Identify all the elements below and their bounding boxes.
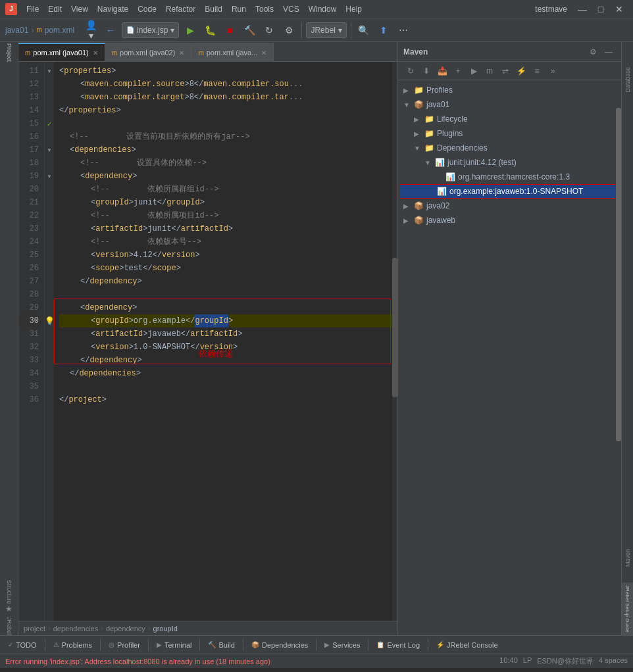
menu-code[interactable]: Code [134,3,161,15]
bottom-terminal[interactable]: ▶ Terminal [151,638,197,652]
line-numbers: 11 12 13 14 15 16 17 18 19 20 21 22 23 2… [18,62,45,621]
editor[interactable]: 11 12 13 14 15 16 17 18 19 20 21 22 23 2… [18,62,397,621]
maven-lifecycle-button[interactable]: ≡ [530,64,544,78]
maven-settings-button[interactable]: ⚙ [586,45,600,59]
tree-arrow-junit: ▼ [424,159,432,166]
tree-dependencies[interactable]: ▼ 📁 Dependencies [398,141,621,155]
tab-pom-java01[interactable]: m pom.xml (java01) ✕ [18,43,105,61]
menu-tools[interactable]: Tools [251,3,278,15]
menu-refactor[interactable]: Refactor [162,3,199,15]
sidebar-jrebel-label: JRebel [6,617,13,635]
bulb-icon[interactable]: 💡 [45,316,55,325]
scrollbar[interactable] [392,62,397,621]
tree-plugins[interactable]: ▶ 📁 Plugins [398,126,621,141]
maven-minimize-button[interactable]: — [601,45,616,59]
maven-actions: ↻ ⬇ 📥 + ▶ m ⇌ ⚡ ≡ » [398,62,621,80]
debug-button[interactable]: 🐛 [201,22,218,39]
tree-profiles[interactable]: ▶ 📁 Profiles [398,83,621,97]
build-label: Build [218,641,234,649]
maven-scroll-thumb[interactable] [616,108,621,441]
minimize-button[interactable]: — [574,1,591,18]
tabs-bar: m pom.xml (java01) ✕ m pom.xml (java02) … [18,42,397,62]
file-dropdown-label: index.jsp [137,26,168,35]
sidebar-database[interactable]: Database [623,64,632,95]
code-area[interactable]: 依赖传递 <properties> <maven.compiler.source… [54,62,397,621]
sidebar-jrebel[interactable]: JRebel [1,618,17,634]
tab-close-2[interactable]: ✕ [261,49,266,57]
maximize-button[interactable]: □ [592,1,609,18]
build-button[interactable]: 🔨 [241,22,258,39]
back-button[interactable]: 👤 ▾ [82,22,99,39]
menu-run[interactable]: Run [228,3,250,15]
settings-button[interactable]: ⚙ [280,22,297,39]
sidebar-project[interactable]: Project [1,45,17,60]
scroll-thumb[interactable] [392,258,397,398]
bottom-profiler[interactable]: ◎ Profiler [103,638,145,652]
menu-file[interactable]: File [22,3,43,15]
tree-java01[interactable]: ▼ 📦 java01 [398,97,621,112]
tab-close-1[interactable]: ✕ [179,49,184,57]
gutter-33 [45,354,54,367]
username: testmave [535,5,567,14]
tree-java02[interactable]: ▶ 📦 java02 [398,199,621,213]
maven-expand-button[interactable]: » [545,64,560,78]
breadcrumb-file[interactable]: pom.xml [45,26,74,35]
update-button[interactable]: ⬆ [375,22,392,39]
dependencies-label: Dependencies [262,641,308,649]
stop-button[interactable]: ■ [221,22,238,39]
sidebar-maven-right[interactable]: Maven [623,546,632,569]
menu-edit[interactable]: Edit [44,3,66,15]
maven-download-sources-button[interactable]: ⬇ [419,64,434,78]
jrebel-dropdown[interactable]: JRebel ▾ [306,22,346,38]
tree-junit[interactable]: ▼ 📊 junit:junit:4.12 (test) [398,155,621,170]
tree-javaweb[interactable]: 📊 org.example:javaweb:1.0-SNAPSHOT [399,184,620,199]
sidebar-favorites[interactable]: ★ [1,601,17,617]
bottom-dependencies[interactable]: 📦 Dependencies [246,638,313,652]
menu-window[interactable]: Window [305,3,341,15]
tab-close-0[interactable]: ✕ [93,49,98,57]
reload-button[interactable]: ↻ [261,22,278,39]
maven-m-button[interactable]: m [482,64,497,78]
tab-pom-java02[interactable]: m pom.xml (java02) ✕ [105,43,192,61]
breadcrumb-project[interactable]: java01 [5,26,28,35]
sidebar-structure[interactable]: Structure [1,584,17,600]
more-button[interactable]: ⋯ [395,22,412,39]
menu-vcs[interactable]: VCS [279,3,303,15]
menu-view[interactable]: View [67,3,92,15]
bottom-todo[interactable]: ✓ TODO [3,638,42,652]
gutter-34 [45,367,54,380]
close-button[interactable]: ✕ [611,1,628,18]
bottom-jrebel-console[interactable]: ⚡ JRebel Console [431,638,503,652]
jrebel-setup-panel[interactable]: JRebel Setup Guide [622,583,634,635]
menu-help[interactable]: Help [342,3,366,15]
file-dropdown-arrow: ▾ [170,26,174,35]
bottom-sep-5 [243,639,243,651]
gutter-21 [45,196,54,209]
gutter-30: 💡 [45,314,54,327]
menu-build[interactable]: Build [201,3,226,15]
maven-scrollbar[interactable] [616,80,621,635]
search-button[interactable]: 🔍 [355,22,372,39]
bottom-problems[interactable]: ⚠ Problems [48,638,97,652]
tree-javaweb-module[interactable]: ▶ 📦 javaweb [398,213,621,228]
maven-add-button[interactable]: + [451,64,465,78]
bottom-eventlog[interactable]: 📋 Event Log [371,638,425,652]
tree-hamcrest[interactable]: 📊 org.hamcrest:hamcrest-core:1.3 [398,170,621,184]
file-dropdown[interactable]: 📄 index.jsp ▾ [122,22,179,38]
maven-lightning-button[interactable]: ⚡ [514,64,528,78]
tab-pom-java[interactable]: m pom.xml (java... ✕ [191,43,274,61]
maven-toggle-button[interactable]: ⇌ [498,64,513,78]
menu-navigate[interactable]: Navigate [93,3,132,15]
bottom-sep-8 [428,639,428,651]
terminal-icon: ▶ [157,641,162,648]
dependencies-icon: 📦 [251,641,259,648]
navigate-back-button[interactable]: ← [102,22,119,39]
bottom-services[interactable]: ▶ Services [319,638,365,652]
run-button[interactable]: ▶ [182,22,199,39]
maven-download-docs-button[interactable]: 📥 [435,64,449,78]
tree-lifecycle[interactable]: ▶ 📁 Lifecycle [398,112,621,126]
maven-run-button[interactable]: ▶ [467,64,481,78]
gutter-18 [45,156,54,170]
maven-refresh-button[interactable]: ↻ [403,64,418,78]
bottom-build[interactable]: 🔨 Build [203,638,240,652]
